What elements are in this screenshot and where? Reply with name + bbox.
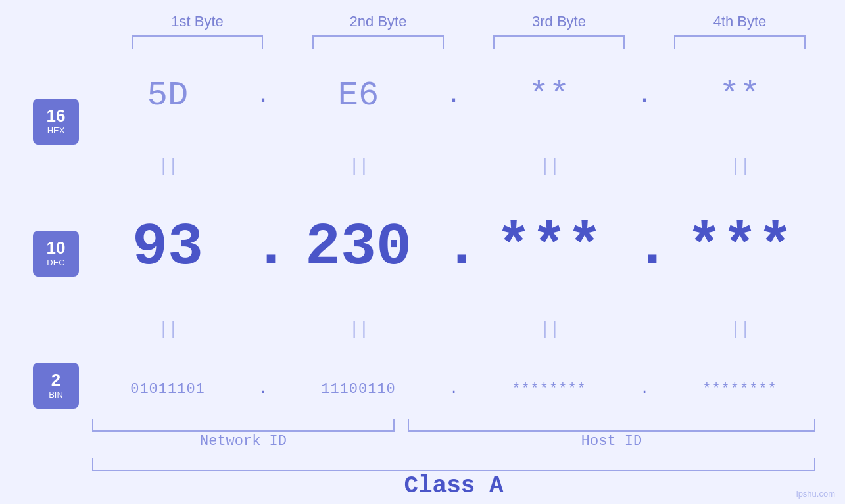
hex-val-1: 5D — [147, 76, 188, 115]
dec-cell-4: *** — [674, 218, 806, 277]
dec-badge: 10 DEC — [33, 231, 79, 277]
main-container: 1st Byte 2nd Byte 3rd Byte 4th Byte 16 H… — [0, 0, 845, 504]
bracket-top-3 — [493, 35, 625, 49]
bin-cell-4: ******** — [674, 381, 806, 398]
bin-val-3: ******** — [512, 381, 587, 398]
byte2-header: 2nd Byte — [312, 13, 444, 30]
bin-cell-2: 11100110 — [293, 381, 424, 398]
hex-badge: 16 HEX — [33, 99, 79, 145]
eq2-3: || — [483, 320, 615, 338]
eq1-1: || — [102, 158, 233, 176]
hex-badge-label: HEX — [47, 126, 65, 135]
bottom-brackets — [92, 419, 815, 432]
bracket-top-4 — [674, 35, 806, 49]
eq1-4: || — [674, 158, 806, 176]
bracket-top-2 — [312, 35, 444, 49]
eq2-4: || — [674, 320, 806, 338]
class-label: Class A — [92, 472, 815, 499]
dec-dot-3: . — [635, 218, 654, 277]
dec-val-1: 93 — [132, 214, 203, 281]
dec-cell-3: *** — [483, 218, 615, 277]
network-bracket — [92, 419, 395, 432]
dec-cell-2: 230 — [293, 218, 424, 277]
dec-dot-1: . — [253, 218, 273, 277]
eq1-3: || — [483, 158, 615, 176]
bin-dot-2: . — [444, 381, 464, 398]
dec-badge-num: 10 — [47, 239, 66, 256]
equals-row-2: || || || || — [92, 320, 815, 338]
dec-dot-2: . — [444, 218, 464, 277]
bin-dot-1: . — [253, 381, 273, 398]
dec-cell-1: 93 — [102, 218, 233, 277]
bin-badge: 2 BIN — [33, 363, 79, 409]
hex-dot-1: . — [253, 82, 273, 109]
hex-val-4: ** — [719, 76, 760, 115]
eq1-2: || — [293, 158, 424, 176]
bin-val-4: ******** — [702, 381, 777, 398]
hex-cell-4: ** — [674, 76, 806, 115]
bin-badge-num: 2 — [51, 371, 60, 388]
bracket-top-1 — [132, 35, 263, 49]
hex-cell-3: ** — [483, 76, 615, 115]
watermark: ipshu.com — [796, 489, 835, 499]
host-id-label: Host ID — [408, 433, 815, 449]
bin-val-2: 11100110 — [321, 381, 396, 398]
bottom-section: Network ID Host ID Class A — [0, 419, 845, 504]
byte1-header: 1st Byte — [132, 13, 263, 30]
byte-headers-row: 1st Byte 2nd Byte 3rd Byte 4th Byte — [107, 13, 831, 30]
byte3-header: 3rd Byte — [493, 13, 625, 30]
eq2-2: || — [293, 320, 424, 338]
dec-val-2: 230 — [305, 214, 412, 281]
equals-row-1: || || || || — [92, 158, 815, 176]
outer-bottom-bracket — [92, 458, 815, 471]
hex-value-row: 5D . E6 . ** . ** — [92, 76, 815, 115]
dec-val-3: *** — [496, 214, 602, 281]
bin-value-row: 01011101 . 11100110 . ******** . *******… — [92, 381, 815, 398]
bin-badge-label: BIN — [49, 390, 63, 400]
hex-cell-2: E6 — [293, 76, 424, 115]
bin-val-1: 01011101 — [130, 381, 205, 398]
eq2-1: || — [102, 320, 233, 338]
dec-value-row: 93 . 230 . *** . *** — [92, 218, 815, 277]
dec-badge-label: DEC — [47, 258, 64, 267]
hex-val-3: ** — [529, 76, 569, 115]
hex-cell-1: 5D — [102, 76, 233, 115]
hex-val-2: E6 — [338, 76, 379, 115]
byte4-header: 4th Byte — [674, 13, 806, 30]
bin-cell-1: 01011101 — [102, 381, 233, 398]
network-id-label: Network ID — [92, 433, 395, 449]
hex-dot-3: . — [635, 82, 654, 109]
hex-dot-2: . — [444, 82, 464, 109]
dec-val-4: *** — [687, 214, 793, 281]
bin-dot-3: . — [635, 381, 654, 398]
host-bracket — [408, 419, 815, 432]
hex-badge-num: 16 — [47, 107, 66, 124]
bin-cell-3: ******** — [483, 381, 615, 398]
top-brackets — [107, 35, 831, 49]
